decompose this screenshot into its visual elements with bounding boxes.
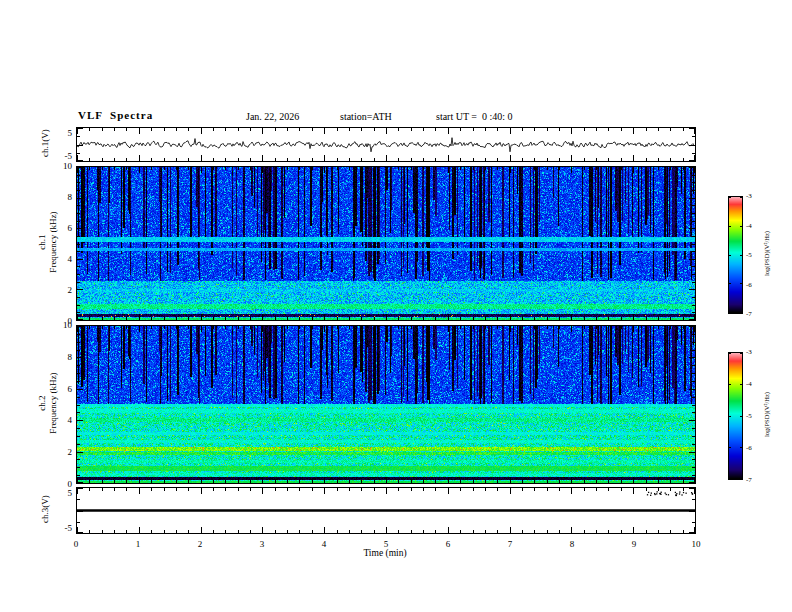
figure-date: Jan. 22, 2026 [246, 111, 299, 122]
colorbar-tick-label: -4 [746, 222, 752, 230]
colorbar-tick-label: -5 [746, 251, 752, 259]
time-axis-label: Time (min) [76, 548, 694, 558]
volt-tick-label: -5 [65, 151, 73, 161]
ch1-spectrogram-plot [77, 167, 695, 320]
ch3-waveform-panel [76, 487, 696, 534]
ch1-waveform-panel [76, 127, 696, 162]
time-tick-label: 9 [632, 539, 637, 549]
colorbar-ch2 [728, 352, 743, 480]
freq-tick-label: 2 [68, 447, 73, 457]
time-tick-label: 5 [384, 539, 389, 549]
freq-tick-label: 6 [68, 384, 73, 394]
colorbar-ch2-label: log(PSD)(V²/Hz) [762, 355, 771, 475]
ch1-frequency-axis-label: ch.1 Frequency (kHz) [37, 162, 59, 322]
colorbar-tick-label: -3 [746, 192, 752, 200]
freq-tick-label: 6 [68, 223, 73, 233]
colorbar-ch1 [728, 196, 743, 314]
ch3-voltage-axis-label: ch.3(V) [40, 469, 52, 549]
ch1-spectrogram-panel [76, 166, 696, 321]
volt-tick-label: -5 [65, 523, 73, 533]
ch3-waveform-plot [77, 488, 695, 533]
freq-tick-label: 8 [68, 192, 73, 202]
ch2-frequency-axis-label: ch.2 Frequency (kHz) [37, 323, 59, 483]
time-tick-label: 0 [74, 539, 79, 549]
colorbar-tick-label: -4 [746, 380, 752, 388]
freq-tick-label: 2 [68, 285, 73, 295]
ch1-frequency-axis-label-line1: ch.1 [37, 162, 48, 322]
time-tick-label: 2 [198, 539, 203, 549]
station-label: station=ATH [340, 111, 392, 122]
time-tick-label: 8 [570, 539, 575, 549]
colorbar-tick-label: -5 [746, 412, 752, 420]
time-tick-label: 1 [136, 539, 141, 549]
ch2-frequency-axis-label-line2: Frequency (kHz) [48, 323, 59, 483]
colorbar-ch1-label: log(PSD)(V²/Hz) [762, 194, 771, 314]
colorbar-tick-label: -7 [746, 476, 752, 484]
time-tick-label: 10 [692, 539, 701, 549]
volt-tick-label: 5 [68, 128, 73, 138]
time-tick-label: 7 [508, 539, 513, 549]
colorbar-tick-label: -7 [746, 310, 752, 318]
freq-tick-label: 4 [68, 415, 73, 425]
start-ut-label: start UT = 0 :40: 0 [436, 111, 513, 122]
ch1-waveform-plot [77, 128, 695, 161]
ch2-spectrogram-panel [76, 325, 696, 484]
colorbar-tick-label: -6 [746, 281, 752, 289]
vlf-spectra-figure: VLF Spectra Jan. 22, 2026 station=ATH st… [0, 0, 792, 612]
colorbar-ch2-gradient [729, 353, 742, 479]
colorbar-tick-label: -6 [746, 444, 752, 452]
freq-tick-label: 10 [63, 320, 72, 330]
colorbar-tick-label: -3 [746, 348, 752, 356]
colorbar-ch1-gradient [729, 197, 742, 313]
time-tick-label: 4 [322, 539, 327, 549]
freq-tick-label: 8 [68, 352, 73, 362]
freq-tick-label: 4 [68, 254, 73, 264]
time-tick-label: 6 [446, 539, 451, 549]
time-tick-label: 3 [260, 539, 265, 549]
volt-tick-label: 5 [68, 488, 73, 498]
ch2-spectrogram-plot [77, 326, 695, 483]
ch1-frequency-axis-label-line2: Frequency (kHz) [48, 162, 59, 322]
freq-tick-label: 10 [63, 161, 72, 171]
ch2-frequency-axis-label-line1: ch.2 [37, 323, 48, 483]
figure-title: VLF Spectra [78, 109, 153, 121]
